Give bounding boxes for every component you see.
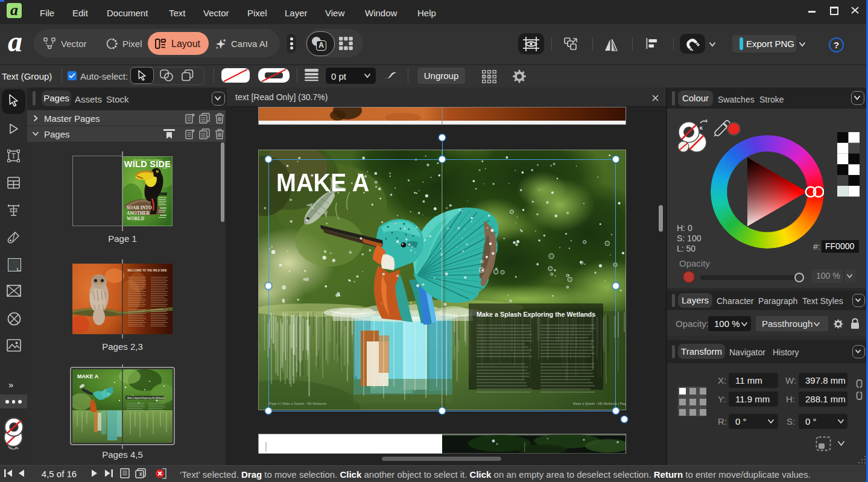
svg-text:THE WORLD OF WILD ANIMALS: THE WORLD OF WILD ANIMALS [133, 159, 162, 162]
svg-text:SOAR INTO: SOAR INTO [127, 205, 152, 211]
svg-text:MAKE A: MAKE A [77, 373, 99, 379]
svg-text:ANOTHER: ANOTHER [127, 211, 150, 216]
svg-text:V.24: V.24 [163, 167, 167, 170]
svg-text:Make a Splash Exploring the We: Make a Splash Exploring the Wetlands [127, 397, 165, 399]
svg-text:WORLD: WORLD [127, 216, 145, 221]
svg-text:WELCOME TO THE WILD SIDE: WELCOME TO THE WILD SIDE [127, 269, 167, 272]
svg-text:T: T [11, 152, 16, 160]
